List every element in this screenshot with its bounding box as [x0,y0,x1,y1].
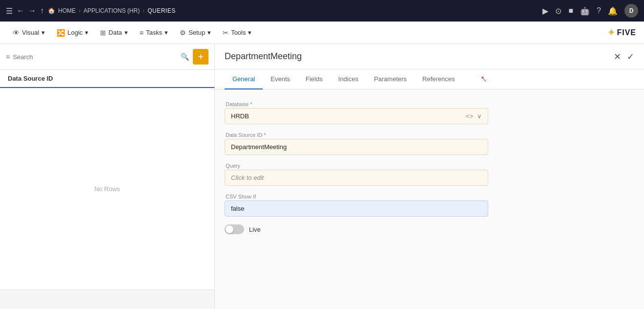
setup-icon: ⚙ [180,29,186,37]
menu-tasks[interactable]: ≡ Tasks ▾ [135,26,173,40]
datasource-input-wrap[interactable]: DepartmentMeeting [225,139,488,155]
menu-setup[interactable]: ⚙ Setup ▾ [175,26,216,40]
header-actions: ✕ ✓ [614,51,634,62]
data-icon: ⊞ [100,29,106,37]
menu-tasks-label: Tasks [146,29,162,36]
search-wrap: ≡ 🔍 [6,53,189,61]
tab-references[interactable]: References [415,69,462,89]
search-icon[interactable]: 🔍 [181,53,189,61]
red-arrow-indicator: ↑ [478,72,490,86]
setup-chevron-icon: ▾ [208,29,211,36]
query-label: Query [225,163,488,169]
breadcrumb: 🏠 HOME › APPLICATIONS (HR) › QUERIES [48,7,176,14]
menu-setup-label: Setup [188,29,205,36]
breadcrumb-sep-1: › [79,7,81,14]
sidebar-search: ≡ 🔍 + [0,44,214,70]
live-toggle[interactable] [225,224,244,234]
logic-chevron-icon: ▾ [85,29,88,36]
menu-logic[interactable]: 🔀 Logic ▾ [52,26,93,40]
live-toggle-row: Live [225,224,634,234]
breadcrumb-queries[interactable]: QUERIES [147,7,176,14]
tabs-bar: General Events Fields Indices Parameters… [215,69,644,89]
top-bar-left: ☰ ← → ↑ 🏠 HOME › APPLICATIONS (HR) › QUE… [6,6,539,16]
database-field: Database * HRDB <> ∨ [225,101,488,124]
tools-icon: ✂ [223,29,229,37]
menu-data-label: Data [108,29,122,36]
query-input-wrap[interactable]: Click to edit [225,170,488,186]
database-input-wrap[interactable]: HRDB <> ∨ [225,108,488,124]
datasource-value: DepartmentMeeting [231,143,287,151]
content-header: DepartmentMeeting ✕ ✓ [215,44,644,69]
top-bar-right: ▶ ⊙ ■ 🤖 ? 🔔 D [542,4,638,18]
menu-bar: 👁 Visual ▾ 🔀 Logic ▾ ⊞ Data ▾ ≡ Tasks ▾ … [0,22,644,44]
content-title: DepartmentMeeting [225,51,302,62]
content-panel: DepartmentMeeting ✕ ✓ General Events Fie… [215,44,644,309]
main-layout: ≡ 🔍 + Data Source ID No Rows DepartmentM… [0,44,644,309]
tasks-icon: ≡ [140,29,144,37]
breadcrumb-sep-2: › [143,7,145,14]
query-value: Click to edit [231,174,264,181]
tools-chevron-icon: ▾ [248,29,251,36]
five-text: FIVE [617,28,636,37]
up-icon[interactable]: ↑ [40,6,44,15]
tab-indices[interactable]: Indices [331,69,366,89]
menu-data[interactable]: ⊞ Data ▾ [95,26,132,40]
tasks-chevron-icon: ▾ [165,29,168,36]
live-label: Live [249,226,261,233]
database-field-icons: <> ∨ [466,112,482,120]
confirm-button[interactable]: ✓ [627,51,634,62]
eye-icon: 👁 [13,29,20,37]
csv-label: CSV Show If [225,194,488,199]
play-icon[interactable]: ▶ [542,6,548,16]
search-input[interactable] [13,53,178,61]
code-icon[interactable]: <> [466,112,473,120]
sidebar: ≡ 🔍 + Data Source ID No Rows [0,44,215,309]
forward-icon[interactable]: → [28,6,36,15]
toggle-thumb [226,225,233,233]
bell-icon[interactable]: 🔔 [608,6,618,16]
menu-icon[interactable]: ☰ [6,6,13,16]
sidebar-column-header: Data Source ID [0,70,214,88]
help-icon[interactable]: ? [597,6,601,15]
csv-value: false [231,205,244,212]
bot-icon[interactable]: 🤖 [580,6,590,16]
stop-icon[interactable]: ■ [568,6,573,15]
sidebar-footer [0,289,214,309]
logic-icon: 🔀 [57,29,65,37]
no-rows-text: No Rows [94,185,120,193]
menu-tools[interactable]: ✂ Tools ▾ [218,26,256,40]
filter-icon: ≡ [6,53,10,61]
visual-chevron-icon: ▾ [42,29,45,36]
sidebar-no-rows: No Rows [0,88,214,289]
back-icon[interactable]: ← [17,6,24,15]
preview-icon[interactable]: ⊙ [555,6,561,16]
close-button[interactable]: ✕ [614,51,621,62]
data-chevron-icon: ▾ [125,29,128,36]
menu-logic-label: Logic [67,29,83,36]
tab-general[interactable]: General [225,69,263,89]
tab-parameters[interactable]: Parameters [366,69,415,89]
database-value: HRDB [231,112,249,120]
five-logo: ✦ FIVE [607,26,636,39]
csv-field: CSV Show If false [225,194,488,217]
expand-icon[interactable]: ∨ [477,112,482,120]
query-field: Query Click to edit [225,163,488,186]
home-icon: 🏠 [48,7,55,14]
menu-visual[interactable]: 👁 Visual ▾ [8,26,50,40]
database-label: Database * [225,101,488,107]
datasource-label: Data Source ID * [225,132,488,138]
breadcrumb-home[interactable]: HOME [58,7,76,14]
avatar[interactable]: D [624,4,638,18]
breadcrumb-applications[interactable]: APPLICATIONS (HR) [83,7,140,14]
datasource-field: Data Source ID * DepartmentMeeting [225,132,488,155]
form-area: Database * HRDB <> ∨ Data Source ID * De… [215,89,644,309]
top-bar: ☰ ← → ↑ 🏠 HOME › APPLICATIONS (HR) › QUE… [0,0,644,22]
csv-input-wrap[interactable]: false [225,200,488,217]
five-star-icon: ✦ [607,26,616,39]
tab-fields[interactable]: Fields [298,69,331,89]
menu-tools-label: Tools [231,29,246,36]
add-button[interactable]: + [193,49,208,65]
menu-visual-label: Visual [22,29,39,36]
tab-events[interactable]: Events [263,69,298,89]
